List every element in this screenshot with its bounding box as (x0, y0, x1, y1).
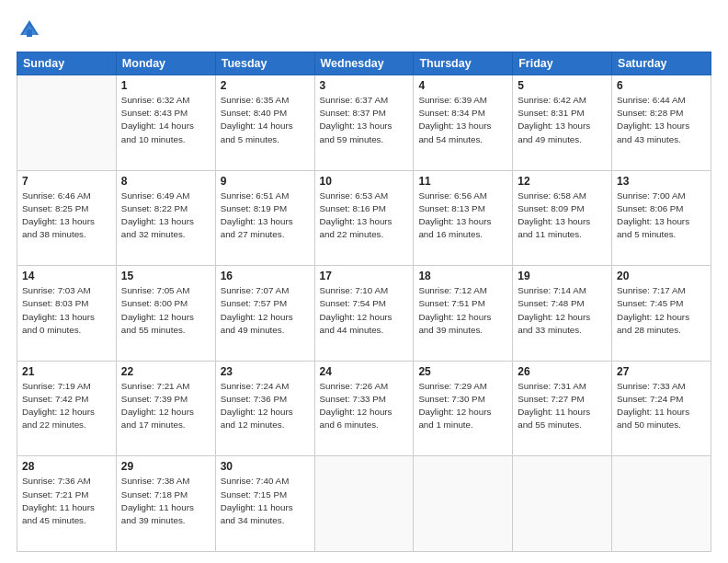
day-number: 2 (221, 79, 310, 92)
day-number: 16 (221, 270, 310, 282)
calendar-cell: 1Sunrise: 6:32 AMSunset: 8:43 PMDaylight… (116, 75, 215, 171)
day-number: 3 (320, 79, 409, 92)
day-number: 25 (418, 365, 507, 378)
day-info: Sunrise: 7:10 AMSunset: 7:54 PMDaylight:… (320, 284, 409, 337)
calendar-cell: 26Sunrise: 7:31 AMSunset: 7:27 PMDayligh… (513, 361, 612, 456)
day-number: 21 (22, 365, 111, 378)
day-info: Sunrise: 6:56 AMSunset: 8:13 PMDaylight:… (418, 190, 507, 242)
calendar-cell: 6Sunrise: 6:44 AMSunset: 8:28 PMDaylight… (612, 75, 711, 171)
day-info: Sunrise: 6:51 AMSunset: 8:19 PMDaylight:… (221, 190, 310, 242)
day-info: Sunrise: 6:37 AMSunset: 8:37 PMDaylight:… (320, 94, 409, 146)
day-info: Sunrise: 7:38 AMSunset: 7:18 PMDaylight:… (121, 475, 210, 527)
calendar-cell: 9Sunrise: 6:51 AMSunset: 8:19 PMDaylight… (215, 170, 314, 266)
weekday-header: Saturday (612, 52, 711, 75)
calendar-cell: 20Sunrise: 7:17 AMSunset: 7:45 PMDayligh… (612, 266, 711, 362)
day-info: Sunrise: 6:42 AMSunset: 8:31 PMDaylight:… (518, 94, 607, 146)
calendar-week-row: 7Sunrise: 6:46 AMSunset: 8:25 PMDaylight… (17, 170, 711, 266)
day-number: 15 (121, 270, 210, 282)
day-number: 5 (518, 79, 607, 92)
day-info: Sunrise: 7:05 AMSunset: 8:00 PMDaylight:… (121, 284, 210, 337)
calendar-week-row: 14Sunrise: 7:03 AMSunset: 8:03 PMDayligh… (17, 266, 711, 362)
calendar-cell: 18Sunrise: 7:12 AMSunset: 7:51 PMDayligh… (414, 266, 513, 362)
day-info: Sunrise: 7:19 AMSunset: 7:42 PMDaylight:… (22, 380, 111, 432)
day-info: Sunrise: 7:14 AMSunset: 7:48 PMDaylight:… (518, 284, 607, 337)
calendar-cell: 8Sunrise: 6:49 AMSunset: 8:22 PMDaylight… (116, 170, 215, 266)
calendar-cell: 21Sunrise: 7:19 AMSunset: 7:42 PMDayligh… (17, 361, 117, 456)
calendar-cell: 15Sunrise: 7:05 AMSunset: 8:00 PMDayligh… (116, 266, 215, 362)
day-number: 30 (221, 460, 310, 473)
calendar-cell: 4Sunrise: 6:39 AMSunset: 8:34 PMDaylight… (414, 75, 513, 171)
day-info: Sunrise: 6:58 AMSunset: 8:09 PMDaylight:… (518, 190, 607, 242)
day-number: 10 (320, 175, 409, 188)
day-info: Sunrise: 7:40 AMSunset: 7:15 PMDaylight:… (221, 475, 310, 527)
calendar-cell: 3Sunrise: 6:37 AMSunset: 8:37 PMDaylight… (314, 75, 414, 171)
calendar-cell: 22Sunrise: 7:21 AMSunset: 7:39 PMDayligh… (116, 361, 215, 456)
calendar-cell (513, 456, 612, 552)
day-number: 8 (121, 175, 210, 188)
calendar-cell: 12Sunrise: 6:58 AMSunset: 8:09 PMDayligh… (513, 170, 612, 266)
day-info: Sunrise: 7:21 AMSunset: 7:39 PMDaylight:… (121, 380, 210, 432)
day-info: Sunrise: 6:46 AMSunset: 8:25 PMDaylight:… (22, 190, 111, 242)
day-info: Sunrise: 7:29 AMSunset: 7:30 PMDaylight:… (418, 380, 507, 432)
day-number: 26 (518, 365, 607, 378)
day-number: 14 (22, 270, 111, 282)
calendar-cell (17, 75, 117, 171)
day-info: Sunrise: 7:31 AMSunset: 7:27 PMDaylight:… (518, 380, 607, 432)
day-info: Sunrise: 7:07 AMSunset: 7:57 PMDaylight:… (221, 284, 310, 337)
day-number: 28 (22, 460, 111, 473)
calendar-cell: 30Sunrise: 7:40 AMSunset: 7:15 PMDayligh… (215, 456, 314, 552)
day-number: 24 (320, 365, 409, 378)
calendar-cell: 2Sunrise: 6:35 AMSunset: 8:40 PMDaylight… (215, 75, 314, 171)
calendar-cell: 28Sunrise: 7:36 AMSunset: 7:21 PMDayligh… (17, 456, 117, 552)
day-number: 9 (221, 175, 310, 188)
calendar-cell: 23Sunrise: 7:24 AMSunset: 7:36 PMDayligh… (215, 361, 314, 456)
calendar-cell: 5Sunrise: 6:42 AMSunset: 8:31 PMDaylight… (513, 75, 612, 171)
day-info: Sunrise: 7:12 AMSunset: 7:51 PMDaylight:… (418, 284, 507, 337)
day-info: Sunrise: 6:49 AMSunset: 8:22 PMDaylight:… (121, 190, 210, 242)
day-number: 20 (617, 270, 706, 282)
day-info: Sunrise: 7:00 AMSunset: 8:06 PMDaylight:… (617, 190, 706, 242)
day-number: 22 (121, 365, 210, 378)
day-number: 6 (617, 79, 706, 92)
day-info: Sunrise: 7:17 AMSunset: 7:45 PMDaylight:… (617, 284, 706, 337)
day-number: 7 (22, 175, 111, 188)
calendar-cell: 19Sunrise: 7:14 AMSunset: 7:48 PMDayligh… (513, 266, 612, 362)
calendar-cell: 13Sunrise: 7:00 AMSunset: 8:06 PMDayligh… (612, 170, 711, 266)
calendar-week-row: 21Sunrise: 7:19 AMSunset: 7:42 PMDayligh… (17, 361, 711, 456)
weekday-header: Wednesday (314, 52, 414, 75)
calendar-cell: 11Sunrise: 6:56 AMSunset: 8:13 PMDayligh… (414, 170, 513, 266)
day-info: Sunrise: 7:36 AMSunset: 7:21 PMDaylight:… (22, 475, 111, 527)
day-info: Sunrise: 7:24 AMSunset: 7:36 PMDaylight:… (221, 380, 310, 432)
calendar-cell: 10Sunrise: 6:53 AMSunset: 8:16 PMDayligh… (314, 170, 414, 266)
weekday-header: Thursday (414, 52, 513, 75)
day-info: Sunrise: 7:26 AMSunset: 7:33 PMDaylight:… (320, 380, 409, 432)
header (17, 17, 711, 42)
day-info: Sunrise: 6:44 AMSunset: 8:28 PMDaylight:… (617, 94, 706, 146)
calendar-cell: 29Sunrise: 7:38 AMSunset: 7:18 PMDayligh… (116, 456, 215, 552)
day-number: 18 (418, 270, 507, 282)
day-number: 1 (121, 79, 210, 92)
day-number: 27 (617, 365, 706, 378)
day-number: 19 (518, 270, 607, 282)
calendar-cell: 14Sunrise: 7:03 AMSunset: 8:03 PMDayligh… (17, 266, 117, 362)
svg-rect-2 (27, 29, 32, 37)
weekday-header: Friday (513, 52, 612, 75)
day-number: 11 (418, 175, 507, 188)
calendar-cell: 17Sunrise: 7:10 AMSunset: 7:54 PMDayligh… (314, 266, 414, 362)
calendar-cell (314, 456, 414, 552)
day-info: Sunrise: 6:32 AMSunset: 8:43 PMDaylight:… (121, 94, 210, 146)
day-info: Sunrise: 7:03 AMSunset: 8:03 PMDaylight:… (22, 284, 111, 337)
calendar-cell (612, 456, 711, 552)
calendar-cell: 27Sunrise: 7:33 AMSunset: 7:24 PMDayligh… (612, 361, 711, 456)
day-number: 13 (617, 175, 706, 188)
day-number: 17 (320, 270, 409, 282)
calendar-cell: 7Sunrise: 6:46 AMSunset: 8:25 PMDaylight… (17, 170, 117, 266)
logo-icon (17, 17, 42, 42)
weekday-header-row: SundayMondayTuesdayWednesdayThursdayFrid… (17, 52, 711, 75)
weekday-header: Sunday (17, 52, 117, 75)
weekday-header: Tuesday (215, 52, 314, 75)
calendar: SundayMondayTuesdayWednesdayThursdayFrid… (17, 52, 711, 552)
day-number: 23 (221, 365, 310, 378)
weekday-header: Monday (116, 52, 215, 75)
calendar-cell: 16Sunrise: 7:07 AMSunset: 7:57 PMDayligh… (215, 266, 314, 362)
